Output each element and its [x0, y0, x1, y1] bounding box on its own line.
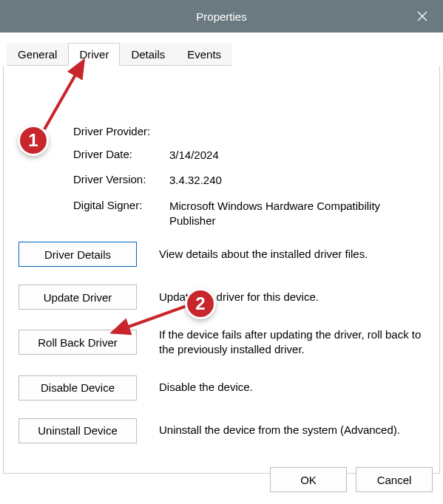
tab-general[interactable]: General [7, 43, 68, 66]
row-signer: Digital Signer: Microsoft Windows Hardwa… [73, 199, 426, 229]
row-provider: Driver Provider: [73, 125, 426, 137]
tab-driver[interactable]: Driver [68, 43, 120, 66]
tab-events[interactable]: Events [176, 43, 232, 66]
close-icon [417, 11, 427, 21]
update-driver-button[interactable]: Update Driver [18, 285, 137, 310]
rollback-driver-desc: If the device fails after updating the d… [159, 327, 426, 358]
cancel-button[interactable]: Cancel [356, 467, 433, 492]
dialog-body: General Driver Details Events Driver Pro… [0, 33, 443, 474]
row-rollback-driver: Roll Back Driver If the device fails aft… [17, 327, 426, 358]
row-driver-details: Driver Details View details about the in… [17, 242, 426, 267]
dialog-footer: OK Cancel [270, 467, 433, 492]
uninstall-device-button[interactable]: Uninstall Device [18, 418, 137, 443]
ok-button[interactable]: OK [270, 467, 347, 492]
close-button[interactable] [402, 0, 443, 33]
tab-content: Driver Provider: Driver Date: 3/14/2024 … [3, 66, 440, 474]
value-signer: Microsoft Windows Hardware Compatibility… [169, 199, 426, 229]
row-version: Driver Version: 3.4.32.240 [73, 173, 426, 188]
row-date: Driver Date: 3/14/2024 [73, 148, 426, 163]
disable-device-button[interactable]: Disable Device [18, 375, 137, 401]
annotation-callout-1: 1 [18, 125, 49, 156]
value-provider [169, 125, 426, 137]
driver-actions: Driver Details View details about the in… [17, 242, 426, 443]
driver-details-button[interactable]: Driver Details [18, 242, 137, 267]
titlebar: Properties [0, 0, 443, 33]
label-date: Driver Date: [73, 148, 169, 163]
row-update-driver: Update Driver Update the driver for this… [17, 285, 426, 310]
driver-details-desc: View details about the installed driver … [159, 247, 426, 262]
row-disable-device: Disable Device Disable the device. [17, 375, 426, 401]
label-version: Driver Version: [73, 173, 169, 188]
row-uninstall-device: Uninstall Device Uninstall the device fr… [17, 418, 426, 443]
label-signer: Digital Signer: [73, 199, 169, 229]
window-title: Properties [196, 10, 246, 23]
label-provider: Driver Provider: [73, 125, 169, 137]
value-version: 3.4.32.240 [169, 173, 426, 188]
rollback-driver-button[interactable]: Roll Back Driver [18, 330, 137, 355]
driver-info: Driver Provider: Driver Date: 3/14/2024 … [73, 125, 426, 228]
annotation-callout-2: 2 [185, 288, 216, 319]
disable-device-desc: Disable the device. [159, 380, 426, 395]
uninstall-device-desc: Uninstall the device from the system (Ad… [159, 423, 426, 437]
tab-details[interactable]: Details [120, 43, 176, 66]
tab-strip: General Driver Details Events [3, 43, 440, 66]
value-date: 3/14/2024 [169, 148, 426, 163]
